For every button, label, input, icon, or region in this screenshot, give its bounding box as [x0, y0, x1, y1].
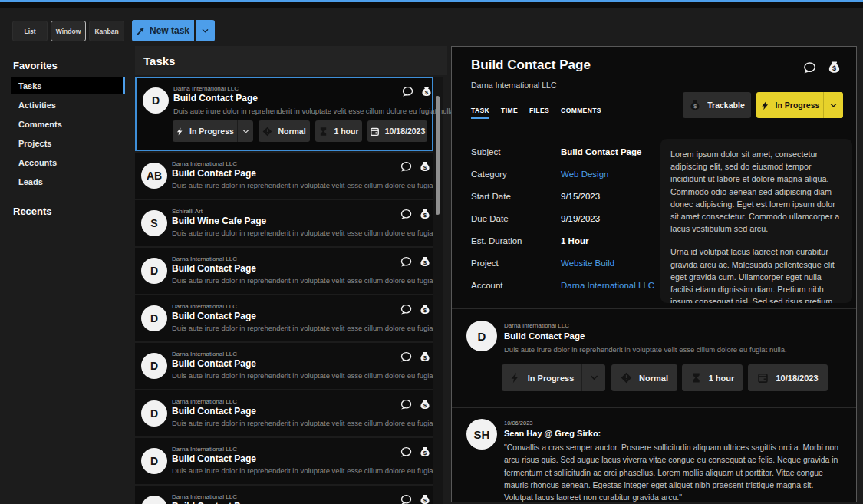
task-card[interactable]: AB Darna International LLC Build Contact… [135, 153, 433, 199]
task-card[interactable]: D Darna International LLC Build Contact … [135, 486, 433, 504]
avatar: D [141, 353, 167, 379]
money-bag-icon[interactable]: $ [827, 60, 842, 74]
status-chip[interactable]: In Progress [502, 364, 605, 391]
task-description-box[interactable]: Lorem ipsum dolor sit amet, consectetur … [660, 139, 852, 303]
sidebar-item-tasks[interactable]: Tasks [11, 77, 125, 94]
field-row: Subject Build Contact Page [471, 140, 655, 163]
calendar-icon [757, 372, 769, 384]
field-row: Start Date 9/15/2023 [471, 185, 655, 207]
chat-bubble-icon[interactable] [399, 160, 413, 174]
field-label: Category [471, 170, 561, 179]
money-bag-icon[interactable]: $ [419, 255, 431, 268]
sidebar-item-projects[interactable]: Projects [11, 135, 125, 152]
task-title: Build Contact Page [172, 453, 256, 464]
trackable-button[interactable]: $ Trackable [683, 92, 751, 118]
tab-comments[interactable]: COMMENTS [561, 107, 601, 119]
avatar: D [466, 321, 497, 351]
chat-bubble-icon[interactable] [399, 255, 413, 269]
avatar: D [141, 448, 167, 474]
new-task-dropdown-button[interactable] [196, 20, 215, 41]
sidebar-item-activities[interactable]: Activities [11, 97, 125, 114]
chat-bubble-icon[interactable] [399, 208, 413, 222]
field-label: Due Date [471, 214, 561, 223]
avatar: S [141, 210, 167, 236]
avatar: SH [466, 419, 497, 450]
task-company: Darna International LLC [173, 85, 239, 92]
task-company: Darna International LLC [172, 255, 237, 262]
task-card[interactable]: D Darna International LLC Build Contact … [135, 390, 433, 436]
money-bag-icon[interactable]: $ [420, 85, 433, 97]
chat-bubble-icon[interactable] [400, 85, 414, 99]
status-dropdown-button[interactable] [581, 364, 605, 391]
due-date-chip[interactable]: 10/18/2023 [367, 120, 427, 142]
new-task-button[interactable]: New task [132, 20, 194, 41]
task-card[interactable]: D Darna International LLC Build Contact … [135, 248, 433, 294]
task-description: Duis aute irure dolor in reprehenderit i… [172, 419, 433, 427]
field-value[interactable]: Web Design [561, 170, 608, 179]
field-value: 9/15/2023 [561, 192, 600, 201]
tab-time[interactable]: TIME [501, 107, 518, 119]
chat-bubble-icon[interactable] [399, 493, 413, 504]
due-date-chip[interactable]: 10/18/2023 [748, 364, 828, 391]
chat-bubble-icon[interactable] [802, 61, 817, 76]
priority-chip[interactable]: Normal [259, 120, 310, 142]
task-card[interactable]: D Darna International LLC Build Contact … [135, 438, 433, 484]
comment-date: 10/06/2023 [504, 420, 533, 427]
hourglass-icon [690, 372, 702, 384]
selected-task-card[interactable]: D Darna International LLC Build Contact … [135, 77, 433, 151]
money-bag-icon[interactable]: $ [419, 446, 431, 458]
task-card[interactable]: D Darna International LLC Build Contact … [135, 295, 433, 341]
status-dropdown-button[interactable] [823, 92, 843, 118]
field-label: Est. Duration [471, 236, 561, 245]
sidebar-item-leads[interactable]: Leads [11, 173, 125, 190]
view-button-list[interactable]: List [12, 21, 48, 41]
lightning-bolt-icon [509, 372, 521, 384]
money-bag-icon[interactable]: $ [419, 493, 431, 504]
task-title: Build Contact Page [172, 263, 256, 274]
favorites-header: Favorites [13, 60, 58, 71]
task-card[interactable]: D Darna International LLC Build Contact … [135, 343, 433, 389]
task-avatar: S [150, 217, 157, 229]
sidebar-item-accounts[interactable]: Accounts [11, 154, 125, 171]
task-title: Build Contact Page [172, 311, 256, 321]
chat-bubble-icon[interactable] [399, 303, 413, 317]
field-row: Category Web Design [471, 163, 655, 185]
view-button-kanban[interactable]: Kanban [89, 21, 124, 41]
chevron-down-icon [829, 101, 838, 110]
chevron-down-icon [242, 127, 250, 136]
field-value[interactable]: Website Build [561, 259, 614, 268]
duration-chip[interactable]: 1 hour [315, 120, 362, 142]
chat-bubble-icon[interactable] [399, 398, 413, 412]
view-button-window[interactable]: Window [51, 21, 86, 41]
priority-chip-label: Normal [639, 374, 668, 383]
task-avatar: D [150, 455, 158, 467]
chat-bubble-icon[interactable] [399, 351, 413, 364]
trackable-label: Trackable [707, 100, 744, 110]
money-bag-icon[interactable]: $ [419, 208, 431, 220]
priority-chip[interactable]: Normal [611, 364, 677, 391]
status-dropdown-button[interactable] [237, 120, 253, 142]
chat-bubble-icon[interactable] [399, 446, 413, 460]
duration-chip[interactable]: 1 hour [682, 364, 743, 391]
field-value[interactable]: Darna International LLC [561, 281, 654, 290]
lightning-bolt-icon [176, 127, 184, 136]
task-title: Build Contact Page [172, 501, 256, 504]
task-title: Build Contact Page [172, 406, 256, 417]
money-bag-icon[interactable]: $ [419, 351, 431, 363]
money-bag-icon[interactable]: $ [419, 398, 431, 410]
detail-panel: Build Contact Page Darna International L… [451, 46, 857, 502]
tab-files[interactable]: FILES [529, 107, 549, 119]
sidebar-item-comments[interactable]: Comments [11, 116, 125, 133]
tab-task[interactable]: TASK [471, 107, 489, 119]
task-description: Duis aute irure dolor in reprehenderit i… [172, 229, 433, 237]
status-button[interactable]: In Progress [756, 92, 843, 118]
task-description: Duis aute irure dolor in reprehenderit i… [504, 345, 787, 354]
money-bag-icon[interactable]: $ [419, 303, 431, 315]
priority-chip-label: Normal [278, 127, 305, 136]
field-value: 9/19/2023 [561, 214, 600, 223]
task-description: Duis aute irure dolor in reprehenderit i… [173, 107, 456, 115]
task-card[interactable]: S Schiralli Art Build Wine Cafe Page Dui… [135, 200, 433, 246]
status-chip[interactable]: In Progress [173, 120, 253, 142]
money-bag-icon[interactable]: $ [419, 160, 431, 173]
comment-text: "Convallis a cras semper auctor. Posuere… [504, 441, 845, 503]
